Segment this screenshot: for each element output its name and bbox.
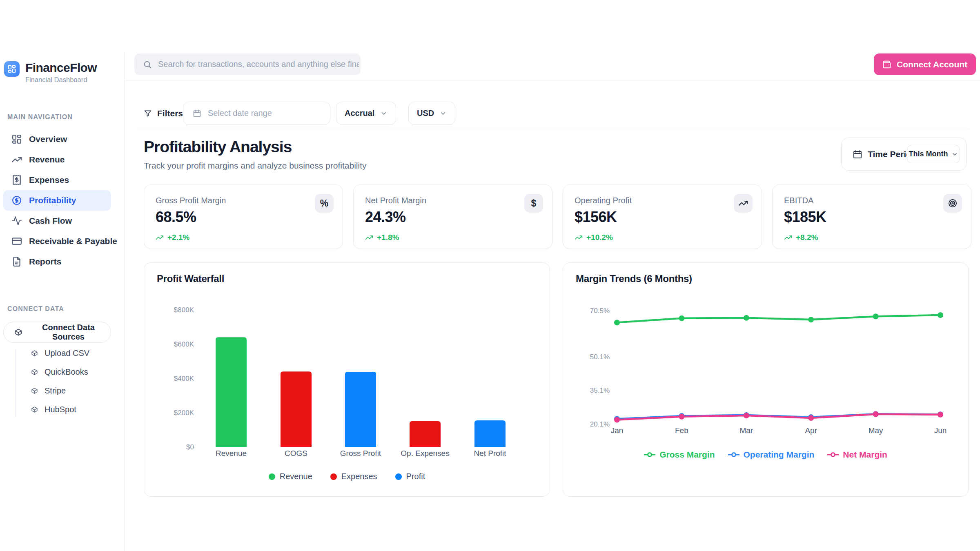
cube-icon	[31, 406, 38, 413]
trending-up-icon	[11, 154, 22, 165]
page-title: Profitability Analysis	[144, 138, 292, 156]
sidebar-item-label: Overview	[29, 134, 67, 144]
cube-icon	[31, 387, 38, 394]
accounting-basis-select[interactable]: Accrual	[336, 102, 396, 125]
sidebar-item-profitability[interactable]: Profitability	[3, 190, 111, 211]
brand-name: FinanceFlow	[25, 61, 97, 74]
dollar-circle-icon	[11, 195, 22, 206]
svg-text:Net Profit: Net Profit	[474, 449, 506, 458]
sidebar-item-reports[interactable]: Reports	[0, 251, 125, 272]
connect-item-label: Upload CSV	[45, 349, 89, 358]
trending-up-icon	[156, 233, 164, 242]
kpi-dollar-icon: $	[524, 194, 543, 213]
legend-item-profit: Profit	[395, 472, 425, 481]
svg-text:$400K: $400K	[174, 375, 194, 382]
filters-button[interactable]: Filters	[144, 103, 183, 124]
kpi-percent-icon: %	[315, 194, 334, 213]
waterfall-bar-cogs	[281, 371, 312, 447]
wallet-icon	[882, 60, 891, 69]
trending-up-icon	[365, 233, 373, 242]
trending-up-icon	[738, 198, 748, 208]
waterfall-bar-op-expenses	[410, 421, 441, 447]
calendar-icon	[853, 149, 862, 159]
kpi-trending-up-icon	[734, 194, 753, 213]
legend-label: Revenue	[280, 472, 312, 481]
line-gross-margin	[617, 315, 940, 322]
time-period-widget: Time Period This Month	[841, 138, 967, 171]
cube-icon	[31, 350, 38, 357]
legend-item-operating-margin: Operating Margin	[728, 450, 815, 460]
trending-up-icon	[784, 233, 792, 242]
search-input[interactable]	[158, 60, 359, 69]
target-icon	[948, 198, 958, 208]
connect-account-label: Connect Account	[897, 60, 967, 69]
waterfall-bar-gross-profit	[345, 372, 376, 447]
legend-item-net-margin: Net Margin	[827, 450, 887, 460]
date-range-placeholder: Select date range	[208, 109, 272, 118]
kpi-change-value: +8.2%	[796, 233, 818, 242]
connect-item-quickbooks[interactable]: QuickBooks	[0, 362, 125, 381]
sidebar-item-cash-flow[interactable]: Cash Flow	[0, 211, 125, 231]
chevron-down-icon	[439, 110, 447, 117]
sidebar-item-revenue[interactable]: Revenue	[0, 149, 125, 170]
currency-select[interactable]: USD	[408, 102, 455, 125]
svg-text:$600K: $600K	[174, 340, 194, 348]
cube-icon	[31, 369, 38, 375]
kpi-change: +8.2%	[784, 233, 818, 242]
legend-label: Operating Margin	[744, 450, 815, 460]
kpi-label: Net Profit Margin	[365, 196, 426, 205]
sidebar: FinanceFlow Financial Dashboard MAIN NAV…	[0, 0, 125, 551]
connect-section-label: CONNECT DATA	[7, 305, 64, 313]
credit-card-icon	[11, 236, 22, 247]
connect-data-sources-label: Connect Data Sources	[29, 323, 108, 342]
kpi-value: 68.5%	[156, 209, 196, 226]
trending-up-icon	[575, 233, 583, 242]
sidebar-item-label: Cash Flow	[29, 216, 72, 226]
kpi-target-icon	[943, 194, 962, 213]
kpi-value: $185K	[784, 209, 826, 226]
sidebar-item-expenses[interactable]: Expenses	[0, 170, 125, 190]
svg-text:Apr: Apr	[805, 426, 817, 435]
connect-item-hubspot[interactable]: HubSpot	[0, 400, 125, 419]
search-icon	[143, 60, 152, 69]
funnel-icon	[144, 109, 152, 118]
svg-text:50.1%: 50.1%	[590, 353, 610, 361]
cube-icon	[14, 328, 22, 336]
trending-up-icon	[575, 233, 583, 242]
page-subtitle: Track your profit margins and analyze bu…	[144, 161, 366, 171]
legend-label: Expenses	[341, 472, 377, 481]
legend-swatch	[330, 473, 337, 480]
kpi-label: Gross Profit Margin	[156, 196, 226, 205]
sidebar-item-overview[interactable]: Overview	[0, 129, 125, 149]
connect-subnav: Upload CSVQuickBooksStripeHubSpot	[0, 344, 125, 419]
header-divider	[125, 80, 980, 80]
svg-text:COGS: COGS	[285, 449, 307, 458]
sidebar-item-label: Reports	[29, 257, 61, 267]
svg-text:20.1%: 20.1%	[590, 420, 610, 428]
trending-up-icon	[365, 233, 373, 242]
legend-label: Net Margin	[843, 450, 887, 460]
connect-account-button[interactable]: Connect Account	[874, 53, 976, 75]
connect-data-sources-button[interactable]: Connect Data Sources	[3, 322, 111, 343]
calendar-icon	[193, 109, 201, 118]
kpi-card-operating-profit: Operating Profit$156K+10.2%	[563, 184, 762, 249]
margin-trends-card: Margin Trends (6 Months) 70.5%50.1%35.1%…	[563, 262, 969, 497]
chevron-down-icon	[951, 151, 958, 158]
time-period-select[interactable]: This Month	[907, 145, 960, 163]
kpi-card-gross-profit-margin: Gross Profit Margin%68.5%+2.1%	[144, 184, 343, 249]
trending-up-icon	[784, 233, 792, 242]
connect-item-stripe[interactable]: Stripe	[0, 381, 125, 400]
nav-section-label: MAIN NAVIGATION	[7, 113, 73, 121]
legend-line-marker-icon	[728, 452, 739, 457]
kpi-label: Operating Profit	[575, 196, 632, 205]
connect-item-upload-csv[interactable]: Upload CSV	[0, 344, 125, 362]
svg-text:Feb: Feb	[675, 426, 688, 435]
sidebar-item-receivable-payable[interactable]: Receivable & Payable	[0, 231, 125, 251]
date-range-input[interactable]: Select date range	[183, 102, 330, 125]
legend-line-marker-icon	[827, 452, 839, 457]
sidebar-item-label: Revenue	[29, 155, 65, 164]
search-box[interactable]	[134, 53, 361, 75]
legend-swatch	[269, 473, 275, 480]
line-net-margin	[617, 414, 940, 420]
legend-item-expenses: Expenses	[330, 472, 377, 481]
